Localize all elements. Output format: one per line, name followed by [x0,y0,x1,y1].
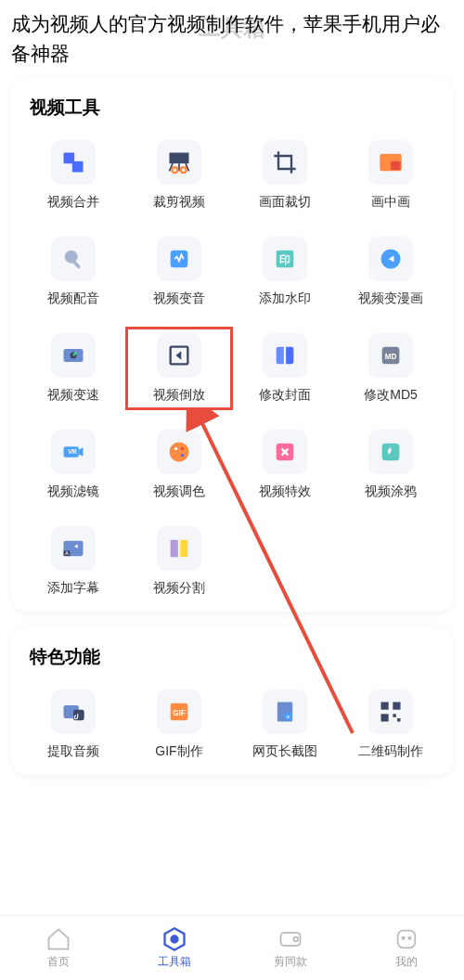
tool-label: 视频特效 [259,484,311,500]
nav-template[interactable]: 剪同款 [232,926,348,970]
speed-icon [51,333,96,378]
merge-icon [51,140,96,185]
svg-rect-6 [391,161,401,170]
tool-doodle[interactable]: 视频涂鸦 [338,424,444,506]
doodle-icon [368,430,413,474]
tool-label: 视频变漫画 [358,290,423,307]
tool-label: 视频滤镜 [47,484,99,500]
svg-rect-30 [171,540,178,558]
effect-icon [263,430,307,474]
tool-crop[interactable]: 画面裁切 [232,135,338,216]
tool-label: 视频合并 [47,194,99,211]
svg-text:A: A [65,550,69,556]
tool-label: 画面裁切 [259,194,311,211]
tool-split[interactable]: 视频分割 [126,521,232,602]
gif-icon: GIF [157,690,201,734]
extract-audio-icon [51,690,96,734]
special-features-grid: 提取音频GIFGIF制作e网页长截图二维码制作 [20,684,444,766]
tool-cover[interactable]: 修改封面 [232,328,338,409]
qrcode-icon [368,690,413,734]
svg-rect-1 [72,161,84,173]
nav-label: 工具箱 [158,954,191,970]
tool-label: 视频涂鸦 [365,484,417,500]
tool-md5[interactable]: MD修改MD5 [338,328,444,409]
tool-color[interactable]: 视频调色 [126,424,232,506]
filter-icon: VR [51,430,96,474]
tool-gif[interactable]: GIFGIF制作 [126,684,232,766]
tool-label: 视频配音 [47,290,99,307]
template-icon [277,926,303,952]
svg-rect-2 [170,153,189,164]
tool-filter[interactable]: VR视频滤镜 [20,424,126,506]
svg-text:e: e [287,714,290,719]
nav-home[interactable]: 首页 [0,926,116,970]
screenshot-icon: e [263,690,307,734]
svg-point-3 [172,167,177,173]
tool-label: 画中画 [371,194,410,211]
tool-label: 二维码制作 [358,743,423,760]
tool-label: 修改MD5 [364,387,418,404]
tool-label: 视频倒放 [153,387,205,404]
trim-icon [157,140,201,185]
tool-label: 提取音频 [47,743,99,760]
svg-rect-48 [397,931,415,948]
svg-text:GIF: GIF [173,709,186,717]
watermark-icon: 印 [263,237,307,281]
md5-icon: MD [368,333,413,378]
tool-reverse[interactable]: 视频倒放 [126,328,232,409]
special-features-title: 特色功能 [20,645,444,669]
home-icon [45,926,71,952]
tool-label: 修改封面 [259,387,311,404]
svg-rect-41 [381,714,389,721]
tool-label: 裁剪视频 [153,194,205,211]
special-features-card: 特色功能 提取音频GIFGIF制作e网页长截图二维码制作 [11,626,453,775]
svg-rect-43 [397,718,401,722]
tool-label: 视频分割 [153,580,205,597]
svg-rect-40 [393,703,400,710]
tool-trim[interactable]: 裁剪视频 [126,135,232,216]
tool-pip[interactable]: 画中画 [338,135,444,216]
svg-point-47 [293,937,298,942]
tool-voice[interactable]: 视频变音 [126,231,232,313]
tool-speed[interactable]: 视频变速 [20,328,126,409]
tool-extract-audio[interactable]: 提取音频 [20,684,126,766]
tool-merge[interactable]: 视频合并 [20,135,126,216]
svg-point-45 [171,936,177,943]
tool-label: 视频变速 [47,387,99,404]
tool-label: 视频调色 [153,484,205,500]
nav-label: 我的 [395,954,418,970]
tool-label: 网页长截图 [252,743,317,760]
svg-rect-31 [180,540,187,558]
svg-point-23 [181,454,185,458]
tool-subtitle[interactable]: A添加字幕 [20,521,126,602]
svg-point-4 [181,167,187,173]
voice-icon [157,237,201,281]
nav-label: 剪同款 [274,954,307,970]
bottom-navigation: 首页 工具箱 剪同款 我的 [0,915,464,980]
toolbox-icon [161,926,187,952]
tool-effect[interactable]: 视频特效 [232,424,338,506]
header-description: 成为视频人的官方视频制作软件，苹果手机用户必备神器 [0,0,464,77]
tool-watermark[interactable]: 印添加水印 [232,231,338,313]
reverse-icon [157,333,201,378]
tool-label: 视频变音 [153,290,205,307]
tool-label: 添加字幕 [47,580,99,597]
nav-toolbox[interactable]: 工具箱 [116,926,232,970]
content-area: 视频工具 视频合并裁剪视频画面裁切画中画视频配音视频变音印添加水印视频变漫画视频… [0,77,464,775]
cover-icon [263,333,307,378]
tool-comic[interactable]: 视频变漫画 [338,231,444,313]
color-icon [157,430,201,474]
nav-profile[interactable]: 我的 [348,926,464,970]
tool-mic[interactable]: 视频配音 [20,231,126,313]
svg-point-21 [174,447,178,451]
tool-qrcode[interactable]: 二维码制作 [338,684,444,766]
mic-icon [51,237,96,281]
tool-screenshot[interactable]: e网页长截图 [232,684,338,766]
svg-rect-8 [71,260,81,269]
tool-label: 添加水印 [259,290,311,307]
svg-text:印: 印 [279,253,290,265]
svg-rect-39 [381,703,389,710]
pip-icon [368,140,413,185]
comic-icon [368,237,413,281]
svg-point-7 [65,251,78,264]
